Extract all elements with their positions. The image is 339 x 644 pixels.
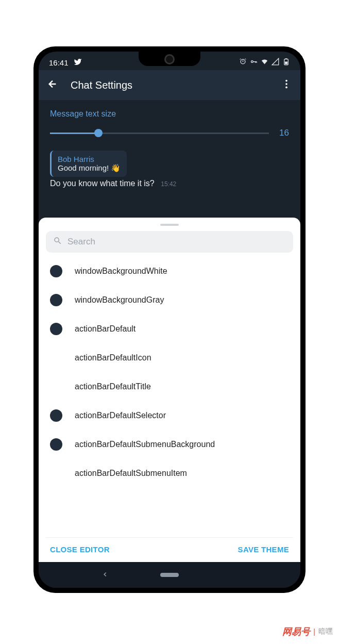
color-swatch	[50, 294, 62, 306]
bubble-reply-text: Good morning! 👋	[58, 163, 121, 173]
color-swatch	[50, 409, 62, 422]
more-button[interactable]	[281, 78, 292, 92]
message-text: Do you know what time it is?	[50, 179, 155, 188]
theme-item[interactable]: actionBarDefaultSubmenuItem	[46, 459, 293, 488]
svg-point-4	[285, 80, 287, 82]
color-swatch	[50, 265, 62, 277]
theme-item-label: actionBarDefaultIcon	[75, 353, 151, 362]
color-swatch	[50, 352, 62, 364]
wifi-icon	[261, 58, 268, 67]
color-swatch	[50, 323, 62, 335]
svg-point-6	[285, 87, 287, 89]
reply-bubble: Bob Harris Good morning! 👋	[50, 151, 127, 177]
close-editor-button[interactable]: CLOSE EDITOR	[50, 545, 110, 554]
theme-item[interactable]: actionBarDefaultSelector	[46, 401, 293, 430]
slider-thumb[interactable]	[94, 129, 103, 137]
theme-item[interactable]: windowBackgroundWhite	[46, 257, 293, 286]
nav-back-button[interactable]	[101, 570, 109, 581]
theme-item-label: actionBarDefaultSubmenuItem	[75, 469, 187, 478]
battery-icon	[282, 58, 290, 67]
status-time: 16:41	[49, 58, 69, 67]
vpn-icon	[250, 58, 258, 67]
watermark-text: 暗嘿	[318, 627, 333, 636]
phone-screen: 16:41 Chat Settings	[39, 52, 300, 588]
text-size-section: Message text size 16	[39, 100, 300, 143]
bubble-name: Bob Harris	[58, 155, 121, 163]
search-input[interactable]	[67, 237, 286, 247]
chat-preview: Bob Harris Good morning! 👋 Do you know w…	[39, 143, 300, 188]
watermark: 网易号 | 暗嘿	[282, 625, 333, 638]
theme-item[interactable]: actionBarDefaultSubmenuBackground	[46, 430, 293, 459]
theme-list[interactable]: windowBackgroundWhitewindowBackgroundGra…	[46, 257, 293, 537]
text-size-slider[interactable]	[50, 133, 269, 134]
color-swatch	[50, 467, 62, 480]
save-theme-button[interactable]: SAVE THEME	[238, 545, 289, 554]
sheet-actions: CLOSE EDITOR SAVE THEME	[46, 537, 293, 562]
sheet-handle[interactable]	[160, 224, 179, 226]
theme-item[interactable]: actionBarDefault	[46, 315, 293, 343]
theme-item-label: windowBackgroundWhite	[75, 267, 167, 276]
watermark-brand: 网易号	[282, 625, 310, 638]
svg-rect-2	[285, 62, 287, 64]
svg-rect-3	[285, 58, 287, 59]
app-bar-title: Chat Settings	[71, 79, 268, 91]
twitter-icon	[74, 58, 82, 68]
theme-item-label: windowBackgroundGray	[75, 295, 164, 305]
nav-home-button[interactable]	[160, 573, 179, 577]
notch	[139, 52, 200, 66]
color-swatch	[50, 381, 62, 393]
message-time: 15:42	[161, 180, 176, 188]
alarm-icon	[239, 58, 247, 67]
signal-icon	[272, 58, 279, 67]
theme-item-label: actionBarDefaultSelector	[75, 411, 166, 420]
svg-point-5	[285, 83, 287, 85]
color-swatch	[50, 438, 62, 451]
theme-item-label: actionBarDefault	[75, 324, 135, 334]
theme-item[interactable]: actionBarDefaultTitle	[46, 372, 293, 401]
theme-editor-sheet: windowBackgroundWhitewindowBackgroundGra…	[39, 218, 300, 562]
back-button[interactable]	[47, 78, 58, 92]
theme-item[interactable]: actionBarDefaultIcon	[46, 343, 293, 372]
app-bar: Chat Settings	[39, 70, 300, 100]
text-size-label: Message text size	[50, 109, 289, 119]
search-icon	[53, 236, 62, 247]
text-size-value: 16	[279, 128, 289, 138]
theme-item-label: actionBarDefaultSubmenuBackground	[75, 440, 215, 449]
theme-item[interactable]: windowBackgroundGray	[46, 286, 293, 315]
svg-point-0	[251, 61, 253, 63]
theme-item-label: actionBarDefaultTitle	[75, 382, 151, 391]
phone-frame: 16:41 Chat Settings	[33, 46, 306, 593]
search-box[interactable]	[46, 231, 293, 253]
nav-bar	[39, 562, 300, 588]
